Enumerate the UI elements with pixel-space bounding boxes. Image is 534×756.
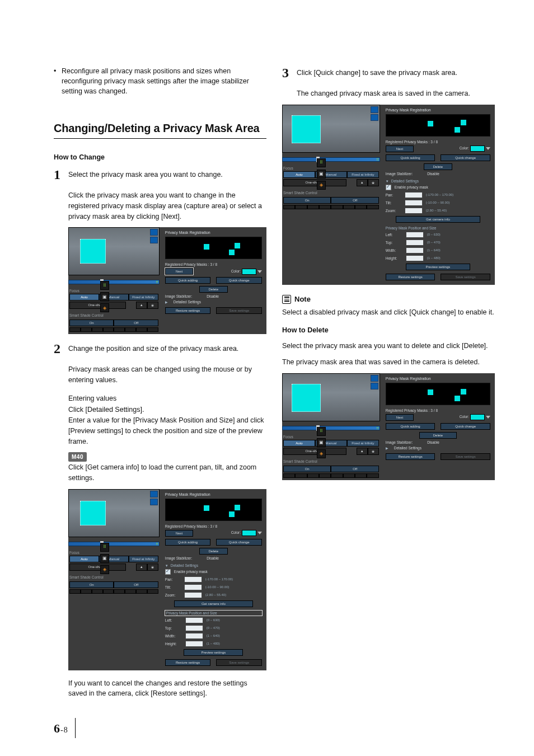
focus-auto-button-2[interactable]: Auto [69, 556, 99, 562]
registered-mask-3b[interactable] [229, 511, 235, 517]
save-settings-button-2[interactable]: Save settings [216, 659, 262, 666]
ptz-icon-2[interactable]: ⠿ [100, 543, 109, 552]
color-dropdown-icon-2[interactable] [257, 532, 262, 534]
registered-mask-1c[interactable] [428, 121, 433, 126]
detailed-settings-toggle-2[interactable]: Detailed Settings [165, 564, 262, 567]
focus-near-icon-3[interactable]: ▲ [357, 179, 368, 186]
color-dropdown-icon-3[interactable] [486, 147, 490, 150]
quick-adding-button-3[interactable]: Quick adding [386, 154, 435, 161]
focus-near-icon-4[interactable]: ▲ [357, 448, 368, 455]
color-dropdown-icon-4[interactable] [486, 416, 490, 419]
preview-icon-2[interactable] [150, 237, 158, 243]
oneshot-af-button-4[interactable]: One-shot AF [283, 448, 346, 455]
focus-near-icon-2[interactable]: ▲ [136, 564, 147, 571]
delete-button[interactable]: Delete [199, 286, 228, 293]
enable-privacy-mask-checkbox[interactable] [165, 569, 171, 575]
privacy-mask-box-4[interactable] [292, 384, 321, 412]
detailed-settings-toggle[interactable]: Detailed Settings [165, 300, 262, 304]
zoom-input-3[interactable] [405, 208, 423, 214]
registered-mask-1[interactable] [204, 244, 209, 250]
detailed-settings-toggle-3[interactable]: Detailed Settings [386, 179, 490, 183]
shade-off-button-4[interactable]: Off [331, 466, 378, 472]
preview-settings-button-3[interactable]: Preview settings [406, 264, 470, 270]
focus-far-icon[interactable]: ❀ [147, 302, 158, 309]
color-swatch-4[interactable] [470, 414, 485, 420]
save-settings-button-4[interactable]: Save settings [441, 453, 490, 460]
camera-preview-4[interactable] [282, 373, 380, 421]
detailed-settings-toggle-4[interactable]: Detailed Settings [386, 446, 490, 450]
registered-mask-2b[interactable] [235, 505, 240, 510]
delete-button-4[interactable]: Delete [419, 432, 457, 439]
focus-far-icon-4[interactable]: ❀ [368, 448, 379, 455]
registered-mask-3[interactable] [229, 250, 235, 255]
quick-change-button-2[interactable]: Quick change [216, 539, 262, 546]
focus-fixed-button[interactable]: Fixed at Infinity [129, 294, 158, 300]
enable-privacy-mask-checkbox-3[interactable] [386, 185, 391, 190]
restore-settings-button-3[interactable]: Restore settings [386, 274, 435, 280]
registered-mask-area[interactable] [165, 237, 262, 259]
registered-mask-area-3[interactable] [386, 114, 490, 137]
camera-preview-3[interactable] [282, 105, 380, 153]
next-button-3[interactable]: Next [386, 145, 414, 152]
left-input-3[interactable] [406, 232, 424, 238]
color-swatch-3[interactable] [470, 145, 485, 152]
preview-icon-2b[interactable] [150, 499, 158, 505]
shade-on-button-3[interactable]: On [283, 197, 331, 204]
save-settings-button[interactable]: Save settings [216, 307, 262, 314]
registered-mask-2c[interactable] [461, 120, 466, 125]
zoom-slider-3[interactable]: ⠿ [282, 157, 380, 162]
pan-input[interactable] [184, 576, 202, 583]
width-input-3[interactable] [406, 247, 424, 253]
next-button-2[interactable]: Next [165, 530, 193, 537]
ptz-icon-3[interactable]: ⠿ [317, 158, 326, 167]
fullscreen-icon-4[interactable]: ▣ [317, 438, 326, 447]
color-dropdown-icon[interactable] [257, 270, 262, 273]
zoom-slider-4[interactable]: ⠿ [282, 426, 380, 430]
tilt-input[interactable] [184, 584, 202, 590]
oneshot-af-button[interactable]: One-shot AF [69, 302, 126, 309]
registered-mask-2[interactable] [235, 243, 240, 248]
focus-auto-button[interactable]: Auto [69, 294, 99, 300]
registered-mask-1b[interactable] [204, 505, 209, 511]
ptz-icon[interactable]: ⠿ [100, 281, 109, 290]
zoom-slider[interactable]: ⠿ [68, 280, 160, 284]
restore-settings-button-2[interactable]: Restore settings [165, 659, 211, 666]
preview-icon-1b[interactable] [150, 491, 158, 497]
registered-mask-area-2[interactable] [165, 499, 262, 521]
focus-auto-button-3[interactable]: Auto [283, 171, 315, 178]
oneshot-af-button-2[interactable]: One-shot AF [69, 564, 126, 571]
delete-button-3[interactable]: Delete [424, 163, 452, 170]
focus-far-icon-3[interactable]: ❀ [368, 179, 379, 186]
preview-icon-1d[interactable] [371, 375, 378, 382]
registered-mask-3c[interactable] [455, 127, 460, 133]
quick-change-button-3[interactable]: Quick change [441, 154, 490, 161]
shade-off-button-3[interactable]: Off [331, 197, 378, 204]
fullscreen-icon-3[interactable]: ▣ [317, 170, 326, 179]
color-swatch-2[interactable] [242, 530, 256, 536]
ptz-icon-4[interactable]: ⠿ [317, 427, 326, 436]
quick-adding-button[interactable]: Quick adding [165, 277, 211, 284]
top-input[interactable] [185, 625, 203, 631]
save-settings-button-3[interactable]: Save settings [441, 274, 490, 280]
camera-preview-2[interactable] [68, 489, 160, 537]
registered-mask-2d[interactable] [461, 389, 466, 395]
height-input-3[interactable] [406, 255, 424, 261]
quick-adding-button-4[interactable]: Quick adding [386, 423, 435, 430]
privacy-mask-box-2[interactable] [80, 501, 106, 525]
shade-on-button-4[interactable]: On [283, 466, 331, 472]
preview-settings-button[interactable]: Preview settings [184, 649, 243, 656]
top-input-3[interactable] [406, 240, 424, 246]
oneshot-af-button-3[interactable]: One-shot AF [283, 179, 346, 186]
quick-change-button[interactable]: Quick change [216, 277, 262, 284]
focus-far-icon-2[interactable]: ❀ [147, 564, 158, 571]
restore-settings-button-4[interactable]: Restore settings [386, 453, 435, 460]
camera-preview[interactable] [68, 227, 160, 275]
get-camera-info-button-3[interactable]: Get camera info [396, 216, 481, 223]
pan-input-3[interactable] [405, 192, 423, 198]
quick-change-button-4[interactable]: Quick change [441, 423, 490, 430]
left-input[interactable] [185, 617, 203, 623]
privacy-mask-box-3[interactable] [292, 115, 321, 143]
preview-icon-2d[interactable] [371, 383, 378, 389]
get-camera-info-button[interactable]: Get camera info [174, 600, 253, 607]
registered-mask-1d[interactable] [428, 389, 433, 395]
